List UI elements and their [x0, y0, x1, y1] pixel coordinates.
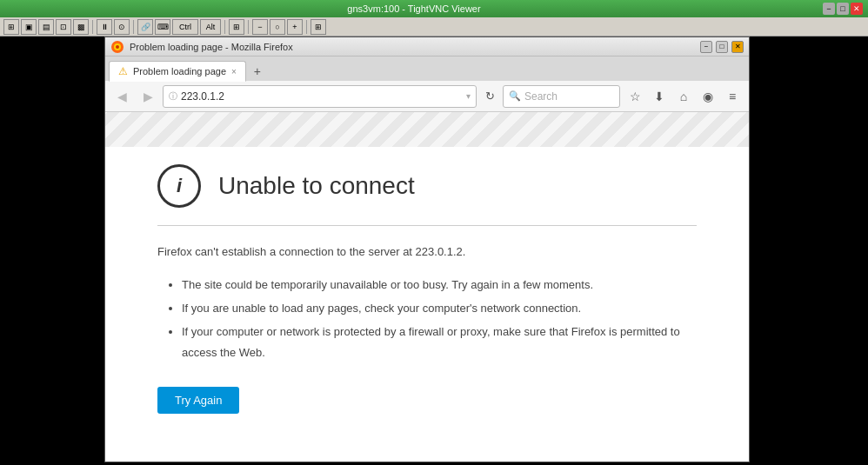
vnc-toolbar-icon-opt[interactable]: ⊞ [310, 19, 326, 35]
ff-tabs-bar: ⚠ Problem loading page × + [105, 56, 749, 81]
ff-url-bar[interactable]: ⓘ 223.0.1.2 ▾ [163, 85, 477, 108]
vnc-zoom-in[interactable]: + [287, 19, 303, 35]
svg-point-2 [116, 45, 119, 49]
vnc-toolbar-sep-1 [92, 20, 93, 34]
ff-tab-label: Problem loading page [133, 66, 226, 76]
error-bullet-2: If you are unable to load any pages, che… [182, 298, 697, 318]
ff-window-controls: − □ ✕ [700, 41, 744, 53]
ff-toolbar-icons: ☆ ⬇ ⌂ ◉ ≡ [624, 85, 744, 108]
vnc-zoom-normal[interactable]: ○ [270, 19, 285, 35]
ff-pocket-icon[interactable]: ◉ [697, 85, 719, 108]
ff-tab-active[interactable]: ⚠ Problem loading page × [109, 61, 246, 82]
ff-minimize-button[interactable]: − [700, 41, 712, 53]
ff-navbar: ◀ ▶ ⓘ 223.0.1.2 ▾ ↻ 🔍 Search ☆ ⬇ ⌂ ◉ ≡ [105, 81, 749, 112]
ff-close-button[interactable]: ✕ [731, 41, 744, 53]
ff-search-placeholder: Search [524, 90, 558, 103]
vnc-toolbar-icon-4[interactable]: ⊡ [56, 19, 71, 35]
error-title: Unable to connect [218, 172, 415, 200]
vnc-maximize-button[interactable]: □ [837, 3, 849, 15]
ff-home-icon[interactable]: ⌂ [672, 85, 695, 108]
vnc-toolbar-sep-2 [133, 20, 134, 34]
ff-download-icon[interactable]: ⬇ [648, 85, 671, 108]
vnc-close-button[interactable]: ✕ [851, 3, 863, 15]
vnc-toolbar-icon-6[interactable]: ⊙ [114, 19, 130, 35]
ff-url-dropdown-icon[interactable]: ▾ [466, 91, 471, 101]
error-bullet-3: If your computer or network is protected… [182, 322, 697, 362]
ff-titlebar: Problem loading page - Mozilla Firefox −… [105, 37, 749, 56]
vnc-title: gns3vm:100 - TightVNC Viewer [5, 3, 823, 14]
ff-error-content: i Unable to connect Firefox can't establ… [105, 112, 749, 448]
vnc-minimize-button[interactable]: − [823, 3, 835, 15]
vnc-toolbar-sep-3 [224, 20, 225, 34]
ff-search-bar[interactable]: 🔍 Search [503, 85, 620, 108]
try-again-button[interactable]: Try Again [157, 387, 239, 414]
vnc-toolbar-icon-3[interactable]: ▤ [38, 19, 54, 35]
ff-new-tab-button[interactable]: + [248, 62, 267, 81]
black-right-area [750, 37, 868, 465]
ff-url-text: 223.0.1.2 [181, 90, 463, 103]
vnc-toolbar-icon-1[interactable]: ⊞ [3, 19, 19, 35]
error-info-i: i [177, 175, 182, 197]
vnc-zoom-out[interactable]: − [252, 19, 268, 35]
ff-forward-button[interactable]: ▶ [137, 85, 159, 108]
ff-content-area: i Unable to connect Firefox can't establ… [105, 112, 749, 462]
vnc-titlebar: gns3vm:100 - TightVNC Viewer − □ ✕ [0, 0, 868, 17]
ff-back-button[interactable]: ◀ [110, 85, 133, 108]
vnc-toolbar-sep-4 [248, 20, 249, 34]
ff-bookmark-icon[interactable]: ☆ [624, 85, 646, 108]
vnc-window-controls: − □ ✕ [823, 3, 863, 15]
firefox-icon [110, 40, 124, 54]
vnc-ctrl-label[interactable]: Ctrl [172, 19, 198, 35]
ff-search-icon: 🔍 [509, 90, 521, 102]
ff-tab-warning-icon: ⚠ [118, 65, 128, 77]
ff-maximize-button[interactable]: □ [716, 41, 728, 53]
firefox-window: Problem loading page - Mozilla Firefox −… [104, 37, 750, 462]
error-bullet-1: The site could be temporarily unavailabl… [182, 275, 697, 295]
vnc-toolbar-sep-5 [306, 20, 307, 34]
ff-reload-button[interactable]: ↻ [480, 87, 499, 106]
vnc-toolbar: ⊞ ▣ ▤ ⊡ ▩ ⏸ ⊙ 🔗 ⌨ Ctrl Alt ⊞ − ○ + ⊞ [0, 17, 868, 37]
vnc-toolbar-icon-7[interactable]: 🔗 [137, 19, 153, 35]
ff-tab-close-button[interactable]: × [231, 67, 237, 76]
error-info-icon: i [157, 164, 201, 208]
vnc-toolbar-icon-5[interactable]: ▩ [73, 19, 89, 35]
ff-url-info-icon: ⓘ [169, 90, 177, 103]
vnc-toolbar-icon-8[interactable]: ⌨ [155, 19, 170, 35]
vnc-toolbar-icon-pause[interactable]: ⏸ [97, 19, 112, 35]
ff-window-title: Problem loading page - Mozilla Firefox [130, 42, 700, 52]
error-list: The site could be temporarily unavailabl… [157, 275, 697, 363]
black-left-area [0, 37, 104, 465]
error-description: Firefox can't establish a connection to … [157, 243, 697, 261]
vnc-alt-label[interactable]: Alt [200, 19, 221, 35]
vnc-toolbar-icon-2[interactable]: ▣ [21, 19, 37, 35]
vnc-toolbar-icon-9[interactable]: ⊞ [229, 19, 244, 35]
error-header: i Unable to connect [157, 164, 697, 226]
ff-menu-icon[interactable]: ≡ [721, 85, 744, 108]
